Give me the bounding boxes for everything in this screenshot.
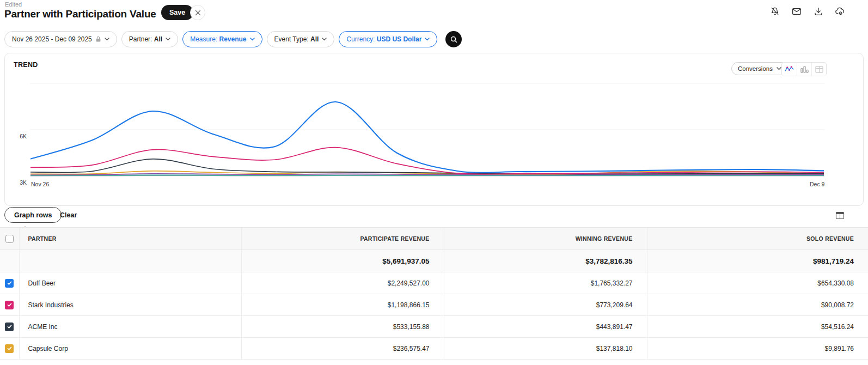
participate-revenue-cell: $2,249,527.00 <box>241 272 444 294</box>
y-axis-tick-3k: 3K <box>9 179 27 186</box>
close-button[interactable] <box>190 5 205 20</box>
page-title: Partner with Participation Value <box>4 8 156 20</box>
solo-revenue-cell: $9,891.76 <box>647 338 868 360</box>
event-type-filter-label: Event Type: All <box>274 35 319 43</box>
date-range-label: Nov 26 2025 - Dec 09 2025 <box>12 35 92 43</box>
chevron-down-icon <box>105 38 109 41</box>
chart-type-table-button[interactable] <box>811 63 826 76</box>
chevron-down-icon <box>322 38 327 41</box>
winning-revenue-cell: $137,818.10 <box>444 338 647 360</box>
chart-type-selector <box>781 62 827 76</box>
x-axis-tick-end: Dec 9 <box>810 181 824 187</box>
download-icon[interactable] <box>811 4 826 19</box>
cloud-sync-icon[interactable] <box>833 4 847 19</box>
trend-card: TREND 6K 3K 0 Nov 26 Dec 9 Conversions <box>4 53 864 206</box>
x-axis-tick-start: Nov 26 <box>31 181 49 187</box>
participate-revenue-cell: $1,198,866.15 <box>241 294 444 316</box>
table-settings-button[interactable] <box>832 209 847 222</box>
chevron-down-icon <box>425 38 430 41</box>
solo-revenue-cell: $654,330.08 <box>647 272 868 294</box>
row-checkbox[interactable] <box>5 344 14 353</box>
totals-participate-revenue: $5,691,937.05 <box>241 250 444 272</box>
mail-icon[interactable] <box>790 4 804 19</box>
filter-currency[interactable]: Currency: USD US Dollar <box>339 31 437 47</box>
chart-type-line-button[interactable] <box>782 63 797 76</box>
trend-line-series <box>30 175 824 175</box>
column-header-partner: PARTNER <box>19 228 241 250</box>
solo-revenue-cell: $90,008.72 <box>647 294 868 316</box>
table-header-row: PARTNER PARTICIPATE REVENUE WINNING REVE… <box>0 228 868 250</box>
edited-status: Edited <box>5 1 22 8</box>
bell-slash-icon[interactable] <box>768 4 782 19</box>
trend-chart <box>5 53 863 195</box>
close-icon <box>195 10 201 16</box>
totals-winning-revenue: $3,782,816.35 <box>444 250 647 272</box>
filter-date-range[interactable]: Nov 26 2025 - Dec 09 2025 <box>4 31 117 47</box>
header-action-icons <box>768 4 847 19</box>
table-row: Capsule Corp $236,575.47 $137,818.10 $9,… <box>0 338 868 360</box>
partner-name-cell: Stark Industries <box>19 294 241 316</box>
partner-filter-label: Partner: All <box>129 35 162 43</box>
measure-filter-label: Measure: Revenue <box>190 35 246 43</box>
table-columns-icon <box>835 211 845 220</box>
participate-revenue-cell: $533,155.88 <box>241 316 444 338</box>
currency-filter-label: Currency: USD US Dollar <box>346 35 421 43</box>
chevron-down-icon <box>166 38 170 41</box>
lock-icon <box>95 36 101 42</box>
table-row: Stark Industries $1,198,866.15 $773,209.… <box>0 294 868 316</box>
column-header-solo-revenue: SOLO REVENUE <box>647 228 868 250</box>
trend-line-Duff Beer <box>30 102 824 173</box>
conversions-label: Conversions <box>738 65 773 72</box>
bar-chart-icon <box>800 65 809 74</box>
solo-revenue-cell: $54,516.24 <box>647 316 868 338</box>
partner-name-cell: ACME Inc <box>19 316 241 338</box>
filter-measure[interactable]: Measure: Revenue <box>182 31 262 47</box>
trend-section-label: TREND <box>14 61 38 69</box>
winning-revenue-cell: $773,209.64 <box>444 294 647 316</box>
participate-revenue-cell: $236,575.47 <box>241 338 444 360</box>
y-axis-tick-6k: 6K <box>9 133 27 139</box>
select-all-checkbox[interactable] <box>5 235 14 243</box>
totals-partner-cell <box>19 250 241 272</box>
row-checkbox[interactable] <box>5 323 14 331</box>
partners-table: PARTNER PARTICIPATE REVENUE WINNING REVE… <box>0 227 868 360</box>
filter-event-type[interactable]: Event Type: All <box>267 31 335 47</box>
clear-button[interactable]: Clear <box>56 207 81 223</box>
totals-row: $5,691,937.05 $3,782,816.35 $981,719.24 <box>0 250 868 272</box>
save-button[interactable]: Save <box>161 5 193 20</box>
line-chart-icon <box>784 65 794 74</box>
table-view-icon <box>815 65 824 74</box>
filter-partner[interactable]: Partner: All <box>121 31 178 47</box>
row-checkbox[interactable] <box>5 301 14 309</box>
table-row: Duff Beer $2,249,527.00 $1,765,332.27 $6… <box>0 272 868 294</box>
chevron-down-icon <box>777 67 781 70</box>
partner-name-cell: Capsule Corp <box>19 338 241 360</box>
totals-solo-revenue: $981,719.24 <box>647 250 868 272</box>
table-row: ACME Inc $533,155.88 $443,891.47 $54,516… <box>0 316 868 338</box>
chevron-down-icon <box>250 38 255 41</box>
partner-name-cell: Duff Beer <box>19 272 241 294</box>
row-checkbox[interactable] <box>5 279 14 288</box>
chart-type-bar-button[interactable] <box>797 63 811 76</box>
column-header-winning-revenue: WINNING REVENUE <box>444 228 647 250</box>
search-button[interactable] <box>445 31 462 47</box>
filter-bar: Nov 26 2025 - Dec 09 2025 Partner: All M… <box>4 31 462 47</box>
column-header-participate-revenue: PARTICIPATE REVENUE <box>241 228 444 250</box>
graph-rows-button[interactable]: Graph rows <box>4 207 62 223</box>
search-icon <box>450 35 458 44</box>
winning-revenue-cell: $1,765,332.27 <box>444 272 647 294</box>
winning-revenue-cell: $443,891.47 <box>444 316 647 338</box>
conversions-dropdown[interactable]: Conversions <box>731 62 788 75</box>
